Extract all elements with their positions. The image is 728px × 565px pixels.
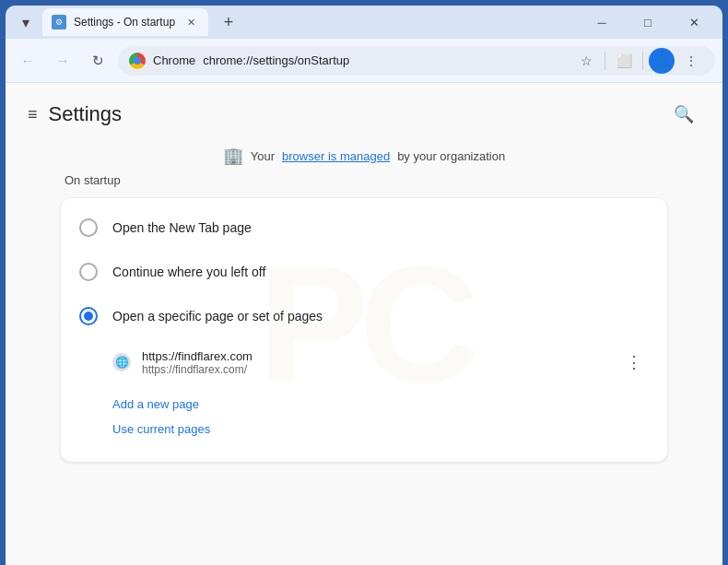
separator	[605, 52, 605, 70]
url-more-button[interactable]: ⋮	[619, 347, 649, 377]
site-icon: 🌐	[112, 353, 131, 371]
url-primary: https://findflarex.com	[142, 349, 608, 363]
tab-title: Settings - On startup	[74, 16, 175, 29]
radio-continue[interactable]	[79, 263, 98, 281]
settings-header: ≡ Settings 🔍	[6, 83, 722, 138]
forward-button[interactable]: →	[48, 46, 77, 76]
settings-title: Settings	[49, 102, 123, 126]
search-button[interactable]: 🔍	[667, 98, 700, 131]
address-actions: ☆ ⬜ 👤 ⋮	[573, 48, 704, 74]
chrome-label: Chrome	[153, 53, 195, 67]
startup-section: On startup Open the New Tab page Continu…	[6, 173, 722, 462]
url-text-block: https://findflarex.com https://findflare…	[142, 349, 608, 376]
managed-text-before: Your	[251, 149, 275, 163]
bookmark-button[interactable]: ☆	[573, 48, 599, 74]
use-current-pages-link[interactable]: Use current pages	[112, 418, 649, 440]
add-new-page-link[interactable]: Add a new page	[112, 394, 649, 415]
profile-button[interactable]: 👤	[649, 48, 675, 74]
chrome-menu-button[interactable]: ⋮	[678, 48, 704, 74]
option-specific[interactable]: Open a specific page or set of pages	[61, 294, 667, 338]
managed-text-after: by your organization	[397, 149, 505, 163]
maximize-button[interactable]: □	[627, 8, 669, 36]
chrome-logo-icon	[129, 53, 146, 69]
window-frame: ▾ ⚙ Settings - On startup ✕ + ─ □ ✕ ← → …	[0, 0, 728, 565]
tab-close-button[interactable]: ✕	[182, 14, 199, 30]
option-continue[interactable]: Continue where you left off	[61, 250, 667, 294]
startup-options-card: Open the New Tab page Continue where you…	[61, 198, 667, 462]
reload-button[interactable]: ↻	[83, 46, 112, 76]
option-newtab[interactable]: Open the New Tab page	[61, 206, 667, 250]
browser-managed-link[interactable]: browser is managed	[282, 149, 390, 163]
title-bar: ▾ ⚙ Settings - On startup ✕ + ─ □ ✕	[6, 6, 722, 39]
startup-section-label: On startup	[61, 173, 667, 187]
option-continue-label: Continue where you left off	[112, 265, 265, 279]
window-controls: ─ □ ✕	[581, 8, 715, 36]
tab-area: ▾ ⚙ Settings - On startup ✕ +	[13, 6, 241, 39]
url-text: chrome://settings/onStartup	[203, 53, 566, 67]
navigation-bar: ← → ↻ Chrome chrome://settings/onStartup…	[6, 39, 722, 83]
tab-switcher-button[interactable]: ▾	[13, 9, 39, 35]
radio-specific[interactable]	[79, 307, 98, 325]
action-links: Add a new page Use current pages	[61, 386, 667, 454]
new-tab-button[interactable]: +	[216, 9, 241, 35]
url-secondary: https://findflarex.com/	[142, 363, 608, 376]
separator2	[642, 52, 643, 70]
tab-favicon: ⚙	[52, 15, 66, 29]
back-button[interactable]: ←	[13, 46, 42, 76]
radio-newtab[interactable]	[79, 218, 98, 237]
content-area: PC ≡ Settings 🔍 🏢 Your browser is manage…	[6, 83, 722, 565]
address-bar[interactable]: Chrome chrome://settings/onStartup ☆ ⬜ 👤…	[118, 46, 715, 76]
option-newtab-label: Open the New Tab page	[112, 220, 252, 235]
building-icon: 🏢	[223, 146, 243, 166]
url-entry: 🌐 https://findflarex.com https://findfla…	[61, 338, 667, 386]
active-tab[interactable]: ⚙ Settings - On startup ✕	[42, 8, 208, 36]
option-specific-label: Open a specific page or set of pages	[112, 309, 323, 324]
managed-banner: 🏢 Your browser is managed by your organi…	[6, 138, 722, 173]
hamburger-icon[interactable]: ≡	[28, 105, 38, 124]
settings-title-area: ≡ Settings	[28, 102, 122, 126]
close-window-button[interactable]: ✕	[673, 8, 715, 36]
minimize-button[interactable]: ─	[581, 8, 623, 36]
tab-strip: ▾ ⚙ Settings - On startup ✕ +	[13, 6, 581, 39]
extensions-button[interactable]: ⬜	[611, 48, 637, 74]
